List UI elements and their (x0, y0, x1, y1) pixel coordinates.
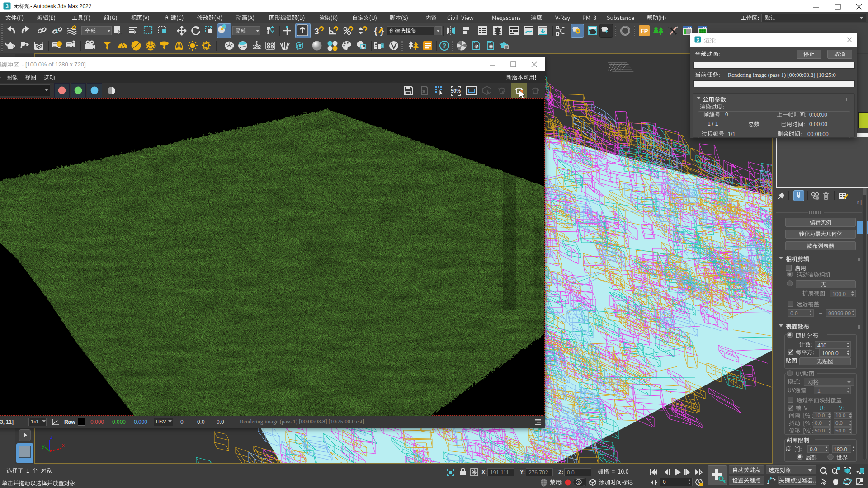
svg-text:50%: 50% (451, 88, 461, 94)
svg-text:0: 0 (577, 480, 580, 485)
svg-text:{ }: { } (374, 25, 384, 36)
svg-text:FP: FP (641, 28, 648, 34)
svg-text:?: ? (443, 42, 447, 49)
svg-text:3: 3 (696, 37, 699, 42)
svg-text:z: z (50, 434, 53, 440)
svg-text:y: y (42, 443, 45, 449)
svg-text:x: x (62, 442, 65, 448)
svg-text:3: 3 (5, 3, 9, 9)
svg-text:3: 3 (314, 27, 319, 36)
